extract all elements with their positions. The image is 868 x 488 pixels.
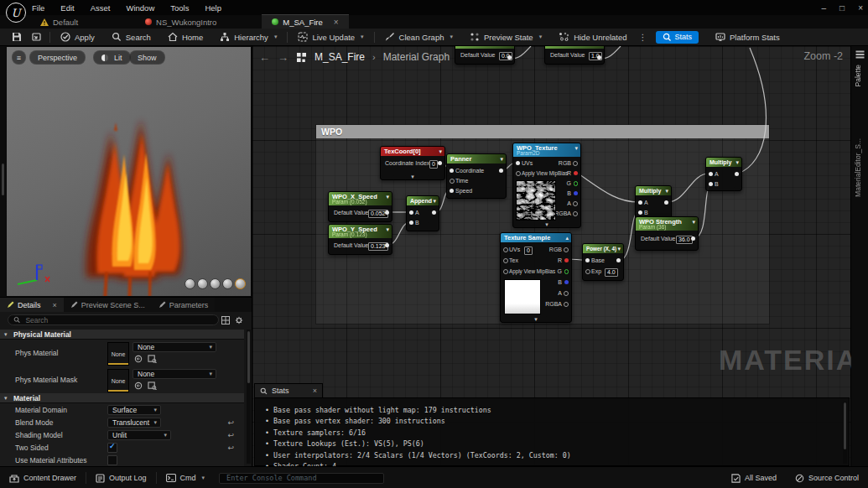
- save-button[interactable]: [7, 29, 27, 46]
- collapse-chevron-icon[interactable]: ▾: [665, 186, 668, 195]
- reset-to-default-icon[interactable]: ↩: [227, 444, 234, 452]
- hierarchy-button[interactable]: Hierarchy: [211, 29, 285, 46]
- details-search-box[interactable]: [8, 314, 219, 325]
- two-sided-checkbox[interactable]: [107, 443, 117, 453]
- node-multiply-1[interactable]: Multiply▾ A B: [635, 185, 672, 220]
- stats-panel-tab[interactable]: Stats ×: [254, 383, 323, 397]
- cmd-button[interactable]: Cmd: [157, 467, 215, 488]
- preview-viewport[interactable]: ≡ Perspective Lit Show: [6, 46, 252, 297]
- collapse-chevron-icon[interactable]: ▾: [692, 217, 695, 226]
- output-pin-rgba[interactable]: [573, 211, 578, 216]
- field-value[interactable]: 0: [429, 160, 438, 169]
- output-pin-a[interactable]: [573, 201, 578, 206]
- material-domain-dropdown[interactable]: Surface: [107, 405, 161, 415]
- output-pin[interactable]: [432, 210, 436, 215]
- content-drawer-button[interactable]: Content Drawer: [0, 467, 86, 488]
- input-pin-mipbias[interactable]: [516, 171, 521, 176]
- phys-material-mask-dropdown[interactable]: None: [133, 369, 216, 379]
- expand-chevron-icon[interactable]: ▾: [381, 174, 444, 179]
- tab-ns-wukongintro[interactable]: NS_WukongIntro: [135, 15, 226, 29]
- menu-asset[interactable]: Asset: [91, 3, 111, 13]
- expand-chevron-icon[interactable]: ▾: [513, 221, 580, 227]
- breadcrumb-page[interactable]: Material Graph: [383, 51, 450, 63]
- input-pin-uvs[interactable]: [503, 247, 508, 252]
- output-pin-b[interactable]: [564, 280, 569, 284]
- tab-m-sa-fire[interactable]: M_SA_Fire ×: [262, 14, 348, 29]
- collapse-chevron-icon[interactable]: ▾: [735, 158, 739, 167]
- collapse-chevron-icon[interactable]: ▴: [565, 233, 569, 242]
- output-pin[interactable]: [438, 161, 442, 165]
- show-menu-button[interactable]: Show: [129, 50, 165, 65]
- input-pin-mipbias[interactable]: [503, 269, 508, 274]
- input-pin-exp[interactable]: [585, 269, 590, 274]
- palette-tab[interactable]: Palette: [854, 65, 862, 86]
- browse-to-asset-icon[interactable]: [148, 382, 157, 390]
- input-pin-uvs[interactable]: [516, 161, 520, 165]
- stats-toggle-button[interactable]: Stats: [656, 31, 699, 44]
- collapse-chevron-icon[interactable]: ▾: [574, 143, 578, 153]
- node-power[interactable]: Power (X, 4)▾ Base Exp4.0: [582, 243, 624, 281]
- use-selected-icon[interactable]: [134, 382, 143, 390]
- back-arrow-icon[interactable]: ←: [259, 51, 270, 64]
- output-pin[interactable]: [616, 258, 621, 262]
- input-pin-b[interactable]: [709, 182, 713, 186]
- browse-to-asset-icon[interactable]: [148, 355, 157, 363]
- comment-title[interactable]: WPO: [316, 125, 769, 138]
- asset-thumbnail[interactable]: None: [107, 342, 129, 366]
- field-value[interactable]: 4.0: [605, 268, 618, 277]
- material-graph-canvas[interactable]: WPO: [252, 46, 851, 466]
- details-scrollbar[interactable]: [247, 330, 251, 464]
- section-material[interactable]: Material: [0, 393, 244, 403]
- clean-graph-button[interactable]: Clean Graph: [377, 29, 461, 46]
- console-command-box[interactable]: [219, 473, 384, 484]
- menu-window[interactable]: Window: [126, 3, 154, 13]
- field-value[interactable]: 0: [524, 247, 533, 255]
- output-pin-g[interactable]: [574, 181, 579, 186]
- asset-thumbnail[interactable]: None: [107, 369, 129, 392]
- output-pin-a[interactable]: [564, 291, 569, 296]
- node-multiply-2[interactable]: Multiply▾ A B: [705, 157, 742, 191]
- field-value[interactable]: 36.0: [676, 236, 693, 244]
- node-wpo-texture[interactable]: WPO_TextureParam2D▾ UVsRGB Apply View Mi…: [512, 143, 581, 228]
- material-editor-tab[interactable]: MaterialEditor_S...: [854, 138, 862, 197]
- all-saved-button[interactable]: All Saved: [722, 467, 786, 488]
- collapse-chevron-icon[interactable]: ▾: [386, 192, 389, 201]
- cube-shape-button[interactable]: [222, 278, 233, 289]
- collapse-chevron-icon[interactable]: ▾: [433, 196, 436, 205]
- collapse-chevron-icon[interactable]: ▾: [386, 225, 389, 234]
- collapse-chevron-icon[interactable]: ▾: [439, 147, 442, 156]
- output-pin[interactable]: [664, 200, 668, 205]
- tab-preview-scene[interactable]: Preview Scene S...: [64, 298, 152, 312]
- node-wpo-x-speed[interactable]: WPO_X_SpeedParam (0.052)▾ Default Value0…: [328, 191, 392, 222]
- lit-mode-button[interactable]: Lit: [93, 50, 131, 65]
- sphere-shape-button[interactable]: [197, 278, 208, 289]
- home-button[interactable]: Home: [159, 29, 211, 46]
- output-pin[interactable]: [385, 243, 389, 247]
- stats-scrollbar[interactable]: [843, 402, 847, 464]
- plane-shape-button[interactable]: [210, 278, 221, 289]
- perspective-button[interactable]: Perspective: [29, 50, 86, 65]
- node-partial-param-b[interactable]: Default Value1.0: [544, 46, 605, 65]
- input-pin-a[interactable]: [709, 172, 713, 176]
- output-pin[interactable]: [499, 169, 503, 173]
- gear-icon[interactable]: [235, 316, 243, 324]
- input-pin-speed[interactable]: [450, 189, 454, 193]
- hide-unrelated-button[interactable]: Hide Unrelated: [550, 29, 635, 46]
- node-texture-sample[interactable]: Texture Sample▴ UVs0RGB TexR Apply View …: [500, 232, 572, 323]
- blend-mode-dropdown[interactable]: Translucent: [107, 418, 161, 428]
- collapse-chevron-icon[interactable]: ▾: [617, 244, 621, 253]
- input-pin-tex[interactable]: [503, 258, 508, 263]
- use-selected-icon[interactable]: [134, 355, 143, 363]
- node-wpo-strength[interactable]: WPO StrengthParam (36)▾ Default Value36.…: [635, 216, 699, 251]
- toolbar-overflow-button[interactable]: ⋮: [636, 33, 651, 42]
- platform-stats-button[interactable]: Platform Stats: [707, 29, 788, 46]
- use-material-attributes-checkbox[interactable]: [107, 455, 117, 465]
- menu-help[interactable]: Help: [205, 3, 221, 13]
- browse-asset-button[interactable]: [27, 29, 48, 46]
- node-panner[interactable]: Panner▾ Coordinate Time Speed: [446, 153, 507, 199]
- tab-default[interactable]: Default: [30, 15, 88, 29]
- output-pin-r[interactable]: [574, 171, 578, 175]
- menu-edit[interactable]: Edit: [60, 3, 74, 13]
- node-partial-param-a[interactable]: Default Value0.0: [455, 46, 515, 65]
- custom-mesh-shape-button[interactable]: [235, 278, 246, 289]
